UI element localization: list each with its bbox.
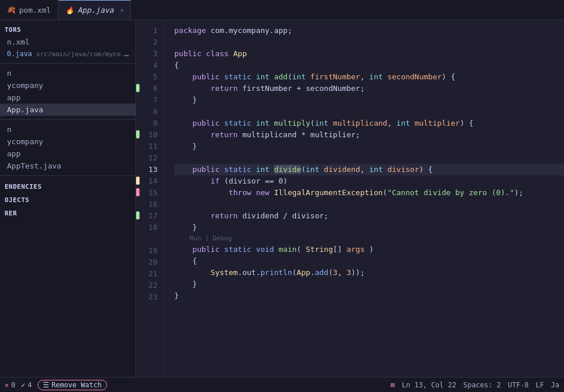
code-line-6: return firstNumber + secondNumber; xyxy=(174,83,564,94)
code-line-22: } xyxy=(174,279,564,290)
code-line-4: { xyxy=(174,60,564,71)
line-7: 7 xyxy=(141,94,158,106)
sidebar-item-apptestjava[interactable]: AppTest.java xyxy=(0,160,135,172)
warning-count[interactable]: ✓ 4 xyxy=(21,381,31,389)
code-line-14: if (divisor == 0) xyxy=(174,175,564,187)
indentation[interactable]: Spaces: 2 xyxy=(463,381,501,389)
code-line-17: return dividend / divisor; xyxy=(174,210,564,222)
language-label: Ja xyxy=(551,381,559,389)
code-line-2 xyxy=(174,36,564,48)
code-line-21: System.out.println(App.add(3, 3)); xyxy=(174,267,564,279)
line-10: 10 xyxy=(141,129,158,141)
line-22: 22 xyxy=(141,280,158,291)
line-numbers: 1 2 3 4 5 6 7 8 9 10 11 12 13 14 xyxy=(136,20,165,377)
line-ending[interactable]: LF xyxy=(536,381,544,389)
remove-watch-list-icon: ☰ xyxy=(43,381,49,389)
sidebar-item-ycompany2[interactable]: ycompany xyxy=(0,135,135,148)
editor-area[interactable]: 1 2 3 4 5 6 7 8 9 10 11 12 13 14 xyxy=(136,20,564,377)
code-line-7: } xyxy=(174,94,564,106)
status-left: ✕ 0 ✓ 4 ☰ Remove Watch xyxy=(5,380,384,390)
error-count[interactable]: ✕ 0 xyxy=(5,381,15,389)
line-13: 13 xyxy=(141,164,158,175)
gutter-6 xyxy=(136,84,140,92)
tab-pom-xml-label: pom.xml xyxy=(19,6,51,14)
divider-3 xyxy=(0,175,135,176)
sidebar-section-tors: TORS xyxy=(0,23,135,36)
code-line-3: public class App xyxy=(174,48,564,60)
sidebar-section-ojects: OJECTS xyxy=(0,193,135,206)
sidebar-item-nxml[interactable]: n.xml xyxy=(0,36,135,48)
line-11: 11 xyxy=(141,141,158,152)
line-14: 14 xyxy=(141,175,158,187)
line-2: 2 xyxy=(141,36,158,48)
sidebar-item-n2[interactable]: n xyxy=(0,123,135,135)
status-right: ⊠ Ln 13, Col 22 Spaces: 2 UTF-8 LF Ja xyxy=(391,381,559,389)
code-line-8 xyxy=(174,106,564,118)
code-lines: package com.mycompany.app; public class … xyxy=(165,20,564,377)
app-java-icon: 🔥 xyxy=(65,6,74,14)
gutter-14 xyxy=(136,177,140,185)
code-line-18: } xyxy=(174,222,564,233)
line-12: 12 xyxy=(141,152,158,164)
code-line-10: return multiplicand * multiplier; xyxy=(174,129,564,141)
line-8: 8 xyxy=(141,106,158,118)
line-20: 20 xyxy=(141,257,158,268)
line-5: 5 xyxy=(141,71,158,83)
pom-xml-icon: 🍂 xyxy=(7,6,16,14)
sidebar-section-rer: RER xyxy=(0,206,135,219)
tab-bar: 🍂 pom.xml 🔥 App.java ✕ xyxy=(0,0,564,20)
line-ending-label: LF xyxy=(536,381,544,389)
cursor-position-label: Ln 13, Col 22 xyxy=(402,381,456,389)
run-debug-line[interactable]: Run | Debug xyxy=(174,233,564,244)
sidebar-item-app1[interactable]: app xyxy=(0,91,135,104)
line-21: 21 xyxy=(141,268,158,280)
gutter-15 xyxy=(136,188,140,196)
sidebar-item-ycompany1[interactable]: ycompany xyxy=(0,79,135,91)
line-17: 17 xyxy=(141,210,158,222)
divider-2 xyxy=(0,119,135,120)
sidebar-item-appjava[interactable]: App.java xyxy=(0,104,135,116)
line-4: 4 xyxy=(141,60,158,71)
code-line-11: } xyxy=(174,141,564,152)
remove-watch-label: Remove Watch xyxy=(52,381,102,389)
line-19: 19 xyxy=(141,245,158,257)
line-18: 18 xyxy=(141,222,158,233)
line-3: 3 xyxy=(141,48,158,60)
sidebar-item-app2[interactable]: app xyxy=(0,148,135,160)
line-9: 9 xyxy=(141,118,158,129)
code-line-19: public static void main( String[] args ) xyxy=(174,244,564,255)
code-line-20: { xyxy=(174,255,564,267)
cursor-position[interactable]: Ln 13, Col 22 xyxy=(402,381,456,389)
line-6: 6 xyxy=(141,83,158,94)
remove-watch-button[interactable]: ☰ Remove Watch xyxy=(38,380,107,390)
code-line-1: package com.mycompany.app; xyxy=(174,25,564,36)
sidebar-item-0java[interactable]: 0.java src/main/java/com/myco... xyxy=(0,48,135,60)
sidebar-item-n1[interactable]: n xyxy=(0,67,135,79)
code-line-12 xyxy=(174,152,564,164)
status-error-badge[interactable]: ⊠ xyxy=(391,381,395,389)
code-container: 1 2 3 4 5 6 7 8 9 10 11 12 13 14 xyxy=(136,20,564,377)
encoding-label: UTF-8 xyxy=(508,381,529,389)
tab-app-java-label: App.java xyxy=(78,6,114,14)
code-line-15: throw new IllegalArgumentException("Cann… xyxy=(174,187,564,199)
sidebar-section-endencies: ENDENCIES xyxy=(0,179,135,193)
status-bar: ✕ 0 ✓ 4 ☰ Remove Watch ⊠ Ln 13, Col 22 S… xyxy=(0,377,564,392)
gutter-17 xyxy=(136,211,140,219)
tab-app-java[interactable]: 🔥 App.java ✕ xyxy=(58,0,131,20)
error-icon: ✕ xyxy=(5,381,9,389)
main-content: TORS n.xml 0.java src/main/java/com/myco… xyxy=(0,20,564,377)
tab-pom-xml[interactable]: 🍂 pom.xml xyxy=(0,0,58,20)
code-line-5: public static int add(int firstNumber, i… xyxy=(174,71,564,83)
code-line-9: public static int multiply(int multiplic… xyxy=(174,118,564,129)
code-line-23: } xyxy=(174,290,564,302)
code-line-16 xyxy=(174,199,564,210)
sidebar: TORS n.xml 0.java src/main/java/com/myco… xyxy=(0,20,136,377)
line-15: 15 xyxy=(141,187,158,199)
warning-count-label: 4 xyxy=(28,381,32,389)
language[interactable]: Ja xyxy=(551,381,559,389)
close-tab-button[interactable]: ✕ xyxy=(119,6,123,14)
divider-1 xyxy=(0,63,135,64)
line-1: 1 xyxy=(141,25,158,36)
encoding[interactable]: UTF-8 xyxy=(508,381,529,389)
warning-icon: ✓ xyxy=(21,381,25,389)
